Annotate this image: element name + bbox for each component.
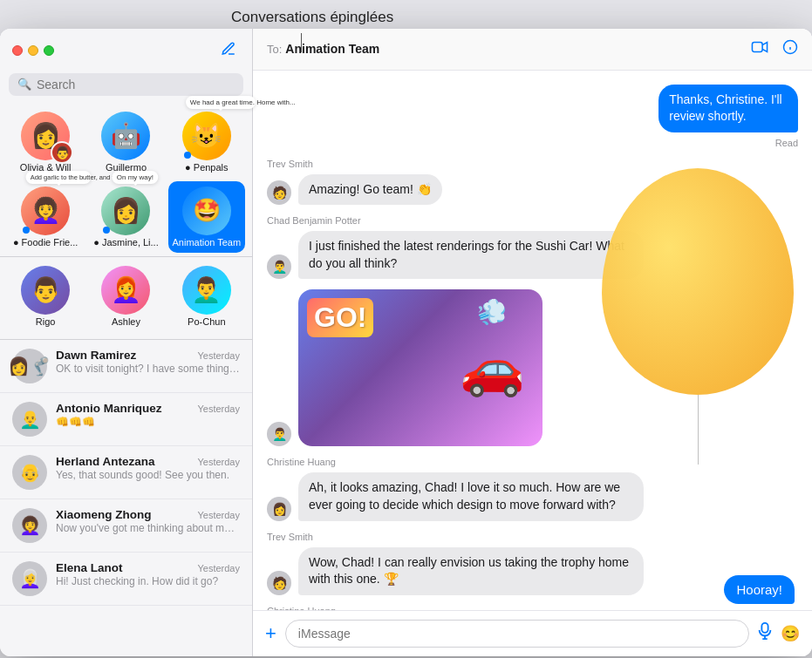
pinned-item-ashley[interactable]: 👩‍🦰 Ashley bbox=[87, 261, 164, 332]
pinned-contacts-grid: 👩 👨 Olivia & Will 🤖 Guillermo bbox=[0, 103, 252, 257]
minimize-button[interactable] bbox=[28, 45, 38, 56]
message-text: Thanks, Christine. I'll review shortly. bbox=[669, 92, 782, 124]
pinned-item-foodie-friends[interactable]: Add garlic to the butter, and then... 👩‍… bbox=[7, 181, 84, 253]
pinned-item-guillermo[interactable]: 🤖 Guillermo bbox=[87, 106, 164, 178]
message-bubble: Amazing! Go team! 👏 bbox=[298, 174, 442, 206]
message-input[interactable] bbox=[285, 620, 749, 648]
chat-area: To: Animation Team bbox=[253, 29, 812, 656]
pinned-item-label: Animation Team bbox=[172, 237, 241, 248]
message-bubble: I just finished the latest renderings fo… bbox=[298, 231, 644, 279]
msg-avatar: 👨‍🦱 bbox=[267, 254, 291, 279]
app-window: 🔍 👩 👨 Olivia & Will bbox=[0, 29, 812, 656]
message-group-chad1: Chad Benjamin Potter 👨‍🦱 I just finished… bbox=[267, 215, 798, 279]
pinned-item-label: Po-Chun bbox=[188, 316, 225, 327]
svg-rect-0 bbox=[752, 43, 762, 52]
unread-badge bbox=[184, 152, 191, 159]
message-input-icons: 😊 bbox=[758, 622, 800, 644]
conv-time: Yesterday bbox=[197, 457, 240, 467]
msg-avatar: 🧑 bbox=[267, 571, 291, 595]
msg-avatar: 👨‍🦱 bbox=[267, 422, 291, 446]
penpals-bubble: We had a great time. Home with... bbox=[186, 96, 256, 110]
add-attachment-button[interactable]: + bbox=[265, 622, 276, 645]
conv-avatar: 👩‍🦳 bbox=[12, 561, 47, 596]
message-text: Wow, Chad! I can really envision us taki… bbox=[309, 555, 629, 587]
conv-time: Yesterday bbox=[197, 563, 240, 573]
message-group-trev2: Trev Smith 🧑 Wow, Chad! I can really env… bbox=[267, 532, 798, 595]
conversation-list: 👩‍🦿 Dawn Ramirez Yesterday OK to visit t… bbox=[0, 340, 252, 656]
conversation-item-xiaomeng[interactable]: 👩‍🦱 Xiaomeng Zhong Yesterday Now you've … bbox=[0, 499, 252, 553]
pinned-item-penpals[interactable]: We had a great time. Home with... 😺 ● Pe… bbox=[168, 106, 245, 178]
fullscreen-button[interactable] bbox=[44, 45, 54, 56]
pinned-conversations-label: Conversations épinglées bbox=[231, 9, 393, 26]
compose-button[interactable] bbox=[217, 39, 240, 63]
conversation-item-herland[interactable]: 👴 Herland Antezana Yesterday Yes, that s… bbox=[0, 446, 252, 499]
message-row: 👩 Ah, it looks amazing, Chad! I love it … bbox=[267, 472, 798, 520]
audio-button[interactable] bbox=[758, 622, 772, 644]
sender-name: Chad Benjamin Potter bbox=[267, 215, 798, 226]
sender-name: Christine Huang bbox=[267, 457, 798, 467]
close-button[interactable] bbox=[12, 45, 23, 56]
chat-header-icons bbox=[751, 39, 798, 59]
sender-name: Trev Smith bbox=[267, 159, 798, 169]
message-row: 🧑 Amazing! Go team! 👏 bbox=[267, 174, 798, 206]
message-text: I just finished the latest renderings fo… bbox=[309, 239, 624, 270]
conv-preview: OK to visit tonight? I have some things … bbox=[56, 363, 240, 375]
conv-time: Yesterday bbox=[197, 350, 240, 361]
search-input[interactable] bbox=[37, 78, 235, 92]
info-button[interactable] bbox=[782, 39, 798, 59]
conv-avatar: 👴 bbox=[12, 455, 47, 490]
conv-name: Antonio Manriquez bbox=[56, 402, 162, 415]
sidebar: 🔍 👩 👨 Olivia & Will bbox=[0, 29, 253, 656]
messages-container: Thanks, Christine. I'll review shortly. … bbox=[253, 71, 812, 610]
message-text: Ah, it looks amazing, Chad! I love it so… bbox=[309, 480, 620, 512]
image-message[interactable]: GO! 🚗 💨 bbox=[298, 289, 542, 446]
pinned-item-animation-team[interactable]: 🤩 Animation Team bbox=[168, 181, 245, 253]
pinned-item-label: ● Foodie Frie... bbox=[13, 237, 78, 248]
conversation-item-dawn[interactable]: 👩‍🦿 Dawn Ramirez Yesterday OK to visit t… bbox=[0, 340, 252, 393]
conv-preview: 👊👊👊 bbox=[56, 416, 240, 428]
message-row: 👨‍🦱 I just finished the latest rendering… bbox=[267, 231, 798, 279]
conversation-item-antonio[interactable]: 👨‍🦲 Antonio Manriquez Yesterday 👊👊👊 bbox=[0, 393, 252, 446]
read-receipt: Read bbox=[775, 138, 798, 148]
conv-avatar: 👨‍🦲 bbox=[12, 402, 47, 437]
message-bubble: Wow, Chad! I can really envision us taki… bbox=[298, 547, 644, 595]
svg-rect-4 bbox=[761, 623, 768, 633]
pinned-item-label: ● Penpals bbox=[185, 162, 228, 173]
chat-recipient: Animation Team bbox=[285, 42, 379, 56]
emoji-button[interactable]: 😊 bbox=[781, 624, 800, 643]
message-group-christine1: Christine Huang 👩 Ah, it looks amazing, … bbox=[267, 457, 798, 520]
video-call-button[interactable] bbox=[751, 40, 768, 58]
message-row: 🧑 Wow, Chad! I can really envision us ta… bbox=[267, 547, 798, 595]
conv-avatar: 👩‍🦿 bbox=[12, 349, 47, 383]
message-text: Amazing! Go team! 👏 bbox=[309, 182, 432, 196]
pinned-item-po-chun[interactable]: 👨‍🦱 Po-Chun bbox=[168, 261, 245, 332]
search-bar: 🔍 bbox=[9, 73, 243, 96]
conv-preview: Now you've got me thinking about my next… bbox=[56, 522, 240, 534]
message-group-trev1: Trev Smith 🧑 Amazing! Go team! 👏 bbox=[267, 159, 798, 206]
pinned-item-label: Rigo bbox=[36, 316, 56, 327]
conv-preview: Hi! Just checking in. How did it go? bbox=[56, 575, 240, 587]
message-row: Thanks, Christine. I'll review shortly. bbox=[583, 85, 798, 132]
conv-name: Herland Antezana bbox=[56, 455, 155, 468]
pinned-item-jasmine[interactable]: On my way! 👩 ● Jasmine, Li... bbox=[87, 181, 164, 253]
search-icon: 🔍 bbox=[17, 78, 31, 91]
message-group-image: 👨‍🦱 GO! 🚗 💨 bbox=[267, 289, 798, 446]
sidebar-titlebar bbox=[0, 29, 252, 70]
pinned-item-olivia-will[interactable]: 👩 👨 Olivia & Will bbox=[7, 106, 84, 178]
message-group-outgoing1: Thanks, Christine. I'll review shortly. … bbox=[267, 85, 798, 148]
animation-team-avatar: 🤩 bbox=[182, 187, 231, 235]
message-bubble: Ah, it looks amazing, Chad! I love it so… bbox=[298, 472, 644, 520]
conv-avatar: 👩‍🦱 bbox=[12, 508, 47, 543]
sticker-go: GO! bbox=[307, 298, 373, 337]
unread-badge bbox=[23, 227, 30, 234]
sender-name: Trev Smith bbox=[267, 532, 798, 542]
chat-header: To: Animation Team bbox=[253, 29, 812, 71]
message-input-bar: + 😊 bbox=[253, 610, 812, 656]
conv-name: Dawn Ramirez bbox=[56, 349, 136, 362]
message-row: 👨‍🦱 GO! 🚗 💨 bbox=[267, 289, 798, 446]
conversation-item-elena[interactable]: 👩‍🦳 Elena Lanot Yesterday Hi! Just check… bbox=[0, 553, 252, 606]
pinned-item-rigo[interactable]: 👨 Rigo bbox=[7, 261, 84, 332]
conv-preview: Yes, that sounds good! See you then. bbox=[56, 469, 240, 481]
foodie-bubble: Add garlic to the butter, and then... bbox=[26, 171, 92, 184]
conv-name: Xiaomeng Zhong bbox=[56, 508, 152, 521]
